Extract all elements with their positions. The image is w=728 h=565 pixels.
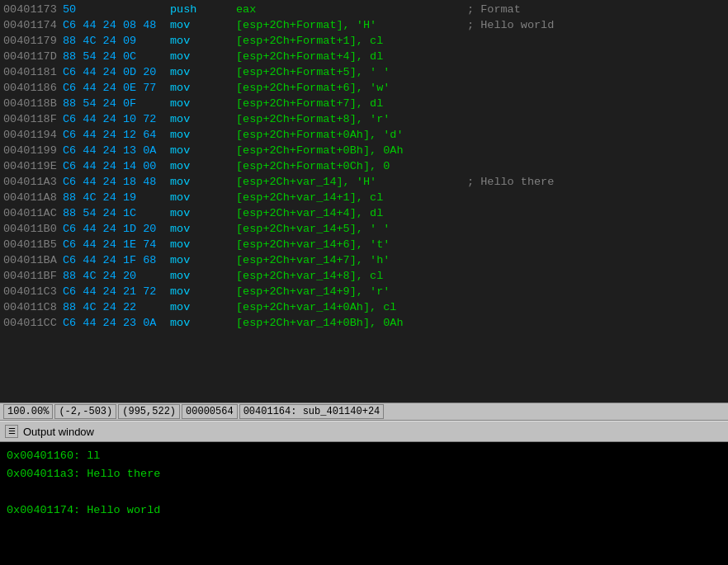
hex-value: 00000564: [182, 404, 238, 419]
asm-addr: 004011A8: [3, 190, 63, 205]
asm-operands: [esp+2Ch+var_14+6], 't': [236, 237, 467, 252]
asm-bytes: 50: [63, 2, 170, 17]
asm-mnemonic: push: [170, 2, 236, 17]
asm-operands: [esp+2Ch+var_14+0Ah], cl: [236, 299, 467, 315]
asm-bytes: 88 54 24 0C: [63, 49, 170, 64]
asm-operands: [esp+2Ch+Format+5], ' ': [236, 64, 467, 80]
asm-mnemonic: mov: [170, 190, 236, 205]
asm-addr: 004011C3: [3, 284, 63, 299]
asm-bytes: C6 44 24 12 64: [63, 127, 170, 143]
asm-addr: 0040118F: [3, 111, 63, 127]
asm-operands: [esp+2Ch+Format], 'H': [236, 17, 467, 33]
asm-operands: [esp+2Ch+var_14+9], 'r': [236, 284, 467, 299]
location-info: 00401164: sub_401140+24: [239, 404, 385, 419]
zoom-level: 100.00%: [3, 404, 53, 419]
asm-mnemonic: mov: [170, 143, 236, 158]
asm-line: 00401199 C6 44 24 13 0A mov [esp+2Ch+For…: [3, 143, 725, 158]
asm-addr: 004011AC: [3, 205, 63, 221]
asm-line: 00401181 C6 44 24 0D 20 mov [esp+2Ch+For…: [3, 64, 725, 80]
asm-addr: 004011BA: [3, 252, 63, 268]
asm-mnemonic: mov: [170, 205, 236, 221]
asm-mnemonic: mov: [170, 158, 236, 174]
asm-mnemonic: mov: [170, 17, 236, 33]
asm-mnemonic: mov: [170, 252, 236, 268]
asm-line: 00401194 C6 44 24 12 64 mov [esp+2Ch+For…: [3, 127, 725, 143]
asm-mnemonic: mov: [170, 284, 236, 299]
asm-bytes: 88 4C 24 20: [63, 268, 170, 284]
asm-operands: [esp+2Ch+var_14+1], cl: [236, 190, 467, 205]
asm-line: 004011A3 C6 44 24 18 48 mov [esp+2Ch+var…: [3, 174, 725, 190]
asm-line: 00401179 88 4C 24 09 mov [esp+2Ch+Format…: [3, 33, 725, 49]
asm-bytes: 88 54 24 0F: [63, 96, 170, 111]
asm-addr: 0040118B: [3, 96, 63, 111]
asm-line: 004011BA C6 44 24 1F 68 mov [esp+2Ch+var…: [3, 252, 725, 268]
asm-addr: 004011B5: [3, 237, 63, 252]
output-line: 0x004011a3: Hello there: [7, 465, 721, 483]
asm-mnemonic: mov: [170, 127, 236, 143]
asm-comment: ; Hello world: [467, 17, 554, 33]
asm-operands: [esp+2Ch+var_14], 'H': [236, 174, 467, 190]
asm-addr: 004011B0: [3, 221, 63, 237]
asm-operands: [esp+2Ch+var_14+0Bh], 0Ah: [236, 315, 467, 331]
output-icon: ☰: [5, 425, 18, 438]
asm-addr: 004011CC: [3, 315, 63, 331]
asm-bytes: 88 4C 24 22: [63, 299, 170, 315]
asm-bytes: C6 44 24 08 48: [63, 17, 170, 33]
asm-mnemonic: mov: [170, 315, 236, 331]
asm-mnemonic: mov: [170, 49, 236, 64]
status-bar: 100.00% (-2,-503) (995,522) 00000564 004…: [0, 403, 728, 421]
asm-operands: [esp+2Ch+var_14+7], 'h': [236, 252, 467, 268]
asm-mnemonic: mov: [170, 64, 236, 80]
asm-bytes: C6 44 24 18 48: [63, 174, 170, 190]
asm-addr: 004011BF: [3, 268, 63, 284]
output-window: ☰ Output window 0x00401160: ll0x004011a3…: [0, 421, 728, 565]
asm-bytes: 88 4C 24 19: [63, 190, 170, 205]
asm-operands: [esp+2Ch+Format+4], dl: [236, 49, 467, 64]
asm-operands: [esp+2Ch+var_14+8], cl: [236, 268, 467, 284]
asm-mnemonic: mov: [170, 33, 236, 49]
asm-bytes: C6 44 24 10 72: [63, 111, 170, 127]
asm-line: 004011CC C6 44 24 23 0A mov [esp+2Ch+var…: [3, 315, 725, 331]
asm-comment: ; Format: [467, 2, 521, 17]
asm-operands: eax: [236, 2, 467, 17]
asm-line: 004011C3 C6 44 24 21 72 mov [esp+2Ch+var…: [3, 284, 725, 299]
asm-line: 004011BF 88 4C 24 20 mov [esp+2Ch+var_14…: [3, 268, 725, 284]
asm-addr: 0040117D: [3, 49, 63, 64]
asm-operands: [esp+2Ch+var_14+4], dl: [236, 205, 467, 221]
asm-addr: 00401186: [3, 80, 63, 96]
asm-bytes: C6 44 24 13 0A: [63, 143, 170, 158]
disassembly-area[interactable]: 00401173 50 push eax ; Format00401174 C6…: [0, 0, 728, 403]
asm-addr: 00401179: [3, 33, 63, 49]
asm-line: 0040118B 88 54 24 0F mov [esp+2Ch+Format…: [3, 96, 725, 111]
asm-addr: 00401174: [3, 17, 63, 33]
asm-mnemonic: mov: [170, 268, 236, 284]
output-line: 0x00401160: ll: [7, 447, 721, 465]
asm-operands: [esp+2Ch+Format+6], 'w': [236, 80, 467, 96]
asm-bytes: C6 44 24 14 00: [63, 158, 170, 174]
asm-mnemonic: mov: [170, 174, 236, 190]
asm-bytes: C6 44 24 0E 77: [63, 80, 170, 96]
asm-addr: 00401181: [3, 64, 63, 80]
asm-line: 00401173 50 push eax ; Format: [3, 2, 725, 17]
asm-addr: 00401173: [3, 2, 63, 17]
asm-addr: 00401199: [3, 143, 63, 158]
asm-bytes: C6 44 24 0D 20: [63, 64, 170, 80]
asm-line: 0040119E C6 44 24 14 00 mov [esp+2Ch+For…: [3, 158, 725, 174]
asm-mnemonic: mov: [170, 221, 236, 237]
asm-line: 0040118F C6 44 24 10 72 mov [esp+2Ch+For…: [3, 111, 725, 127]
asm-mnemonic: mov: [170, 237, 236, 252]
asm-line: 004011C8 88 4C 24 22 mov [esp+2Ch+var_14…: [3, 299, 725, 315]
asm-bytes: C6 44 24 23 0A: [63, 315, 170, 331]
asm-addr: 0040119E: [3, 158, 63, 174]
asm-operands: [esp+2Ch+Format+0Ch], 0: [236, 158, 467, 174]
asm-operands: [esp+2Ch+Format+8], 'r': [236, 111, 467, 127]
asm-operands: [esp+2Ch+Format+7], dl: [236, 96, 467, 111]
asm-mnemonic: mov: [170, 299, 236, 315]
coords2: (995,522): [118, 404, 180, 419]
asm-bytes: C6 44 24 1E 74: [63, 237, 170, 252]
asm-addr: 004011C8: [3, 299, 63, 315]
asm-mnemonic: mov: [170, 96, 236, 111]
asm-operands: [esp+2Ch+Format+0Bh], 0Ah: [236, 143, 467, 158]
asm-addr: 004011A3: [3, 174, 63, 190]
asm-operands: [esp+2Ch+Format+0Ah], 'd': [236, 127, 467, 143]
